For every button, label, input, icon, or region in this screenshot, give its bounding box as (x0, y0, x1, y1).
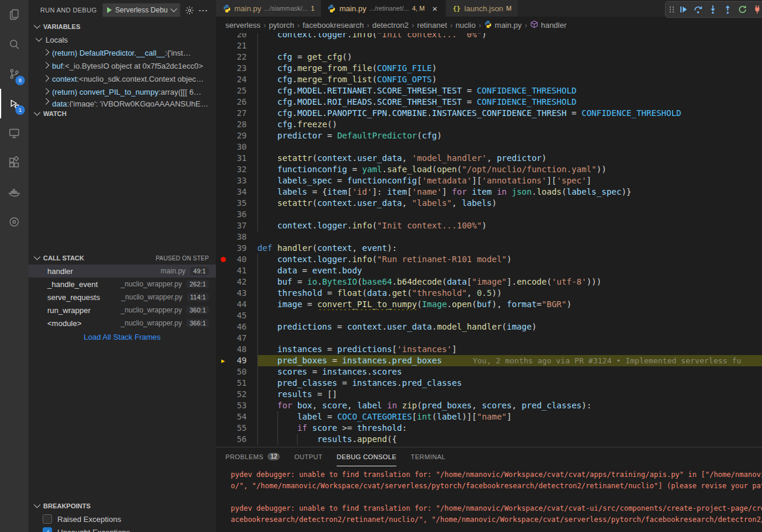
load-all-stack-frames-link[interactable]: Load All Stack Frames (28, 330, 216, 344)
code-line[interactable]: 55 if score >= threshold: (216, 423, 762, 434)
code-line[interactable]: 35 setattr(context.user_data, "labels", … (216, 198, 762, 209)
gutter-glyph-margin[interactable] (216, 344, 230, 355)
code-line[interactable]: 53 for box, score, label in zip(pred_box… (216, 400, 762, 411)
continue-button[interactable] (676, 2, 690, 17)
gutter-glyph-margin[interactable] (216, 265, 230, 276)
gutter-glyph-margin[interactable] (216, 186, 230, 198)
code-line[interactable]: 28 cfg.freeze() (216, 119, 762, 130)
code-line[interactable]: 41 data = event.body (216, 265, 762, 276)
scope-locals[interactable]: Locals (28, 33, 216, 46)
code-line[interactable]: 38 (216, 231, 762, 243)
code-line[interactable]: 26 cfg.MODEL.ROI_HEADS.SCORE_THRESH_TEST… (216, 96, 762, 108)
breadcrumb-item[interactable]: nuclio (456, 21, 476, 30)
gutter-glyph-margin[interactable] (216, 74, 230, 85)
tab-main-py-siammask[interactable]: main.py .../siammask/... 1 (216, 0, 321, 17)
gutter-glyph-margin[interactable] (216, 164, 230, 175)
code-line[interactable]: 36 (216, 209, 762, 220)
launch-config-dropdown[interactable]: Serverless Debu (102, 3, 181, 17)
code-line[interactable]: 54 label = COCO_CATEGORIES[int(label)]["… (216, 411, 762, 423)
gutter-glyph-margin[interactable] (216, 321, 230, 333)
activity-extensions[interactable] (0, 148, 28, 178)
gutter-glyph-margin[interactable] (216, 33, 230, 40)
disconnect-button[interactable] (750, 2, 762, 17)
gutter-glyph-margin[interactable] (216, 254, 230, 265)
gutter-glyph-margin[interactable] (216, 85, 230, 96)
gutter-glyph-margin[interactable] (216, 209, 230, 220)
more-actions-icon[interactable]: ··· (197, 4, 210, 17)
code-line[interactable]: 50 scores = instances.scores (216, 366, 762, 378)
code-line[interactable]: ▶49 pred_boxes = instances.pred_boxesYou… (216, 355, 762, 366)
gutter-glyph-margin[interactable] (216, 310, 230, 321)
tab-launch-json[interactable]: {} launch.json M (446, 0, 518, 17)
call-stack-frame[interactable]: <module>_nuclio_wrapper.py366:1 (28, 317, 216, 330)
chevron-right-icon[interactable] (43, 75, 49, 82)
breadcrumb-item[interactable]: retinanet (417, 21, 447, 30)
gutter-glyph-margin[interactable] (216, 333, 230, 344)
breadcrumb-item[interactable]: serverless (225, 21, 260, 30)
call-stack-section-header[interactable]: CALL STACK PAUSED ON STEP (28, 252, 216, 265)
debug-console-output[interactable]: pydev debugger: unable to find translati… (216, 466, 762, 532)
gutter-glyph-margin[interactable] (216, 130, 230, 141)
breakpoints-section-header[interactable]: BREAKPOINTS (28, 499, 216, 512)
variable-row[interactable]: (return) convert_PIL_to_numpy: array([[[… (28, 85, 216, 98)
code-line[interactable]: 47 (216, 333, 762, 344)
gutter-glyph-margin[interactable] (216, 141, 230, 153)
breakpoint-row[interactable]: Raised Exceptions (28, 512, 216, 525)
code-line[interactable]: 22 cfg = get_cfg() (216, 51, 762, 63)
gutter-glyph-margin[interactable] (216, 411, 230, 423)
chevron-right-icon[interactable] (43, 49, 49, 56)
breadcrumb-item[interactable]: handler (530, 20, 566, 30)
activity-search[interactable] (0, 30, 28, 59)
code-line[interactable]: 45 (216, 310, 762, 321)
gutter-glyph-margin[interactable] (216, 378, 230, 389)
activity-run-and-debug[interactable]: 1 (0, 89, 28, 118)
code-line[interactable]: 34 labels = {item['id']: item['name'] fo… (216, 186, 762, 198)
chevron-right-icon[interactable] (43, 88, 49, 95)
gutter-glyph-margin[interactable]: ▶ (216, 355, 230, 366)
gutter-glyph-margin[interactable] (216, 153, 230, 164)
code-line[interactable]: 39def handler(context, event): (216, 243, 762, 254)
gutter-glyph-margin[interactable] (216, 108, 230, 119)
breadcrumb-item[interactable]: main.py (484, 20, 522, 30)
start-debugging-icon[interactable] (107, 7, 112, 13)
checkbox[interactable] (43, 514, 52, 524)
code-line[interactable]: 25 cfg.MODEL.RETINANET.SCORE_THRESH_TEST… (216, 85, 762, 96)
chevron-right-icon[interactable] (43, 62, 49, 69)
checkbox[interactable]: ✓ (43, 527, 52, 532)
code-line[interactable]: 32 functionconfig = yaml.safe_load(open(… (216, 164, 762, 175)
breakpoint-row[interactable]: ✓Uncaught Exceptions (28, 525, 216, 532)
code-line[interactable]: 31 setattr(context.user_data, 'model_han… (216, 153, 762, 164)
code-line[interactable]: 42 buf = io.BytesIO(base64.b64decode(dat… (216, 276, 762, 288)
gutter-glyph-margin[interactable] (216, 51, 230, 63)
gutter-glyph-margin[interactable] (216, 63, 230, 74)
activity-source-control[interactable]: 8 (0, 59, 28, 89)
tab-main-py-retinanet[interactable]: main.py .../retinanet/... 4, M × (321, 0, 446, 17)
gutter-glyph-margin[interactable] (216, 276, 230, 288)
restart-button[interactable] (735, 2, 750, 17)
variables-section-header[interactable]: VARIABLES (28, 20, 216, 33)
gutter-glyph-margin[interactable] (216, 389, 230, 400)
gutter-glyph-margin[interactable] (216, 288, 230, 299)
gutter-glyph-margin[interactable] (216, 243, 230, 254)
code-line[interactable]: 21 (216, 40, 762, 51)
watch-section-header[interactable]: WATCH (28, 107, 216, 120)
variable-row[interactable]: context: <nuclio_sdk.context.Context obj… (28, 72, 216, 85)
code-line[interactable]: 48 instances = predictions['instances'] (216, 344, 762, 355)
code-line[interactable]: 46 predictions = context.user_data.model… (216, 321, 762, 333)
close-icon[interactable]: × (430, 4, 440, 13)
gutter-glyph-margin[interactable] (216, 198, 230, 209)
code-line[interactable]: 44 image = convert_PIL_to_numpy(Image.op… (216, 299, 762, 310)
step-out-button[interactable] (721, 2, 735, 17)
code-line[interactable]: 33 labels_spec = functionconfig['metadat… (216, 175, 762, 186)
call-stack-frame[interactable]: handlermain.py49:1 (28, 265, 216, 278)
step-into-button[interactable] (706, 2, 720, 17)
activity-remote-explorer[interactable] (0, 118, 28, 148)
tab-problems[interactable]: PROBLEMS 12 (225, 447, 280, 466)
code-line[interactable]: 51 pred_classes = instances.pred_classes (216, 378, 762, 389)
code-line[interactable]: 30 (216, 141, 762, 153)
code-line[interactable]: 37 context.logger.info("Init context...1… (216, 220, 762, 231)
gutter-glyph-margin[interactable] (216, 400, 230, 411)
tab-terminal[interactable]: TERMINAL (411, 447, 445, 466)
variable-row[interactable]: buf: <_io.BytesIO object at 0x7f5a2dc1ec… (28, 59, 216, 72)
tab-output[interactable]: OUTPUT (294, 447, 322, 466)
